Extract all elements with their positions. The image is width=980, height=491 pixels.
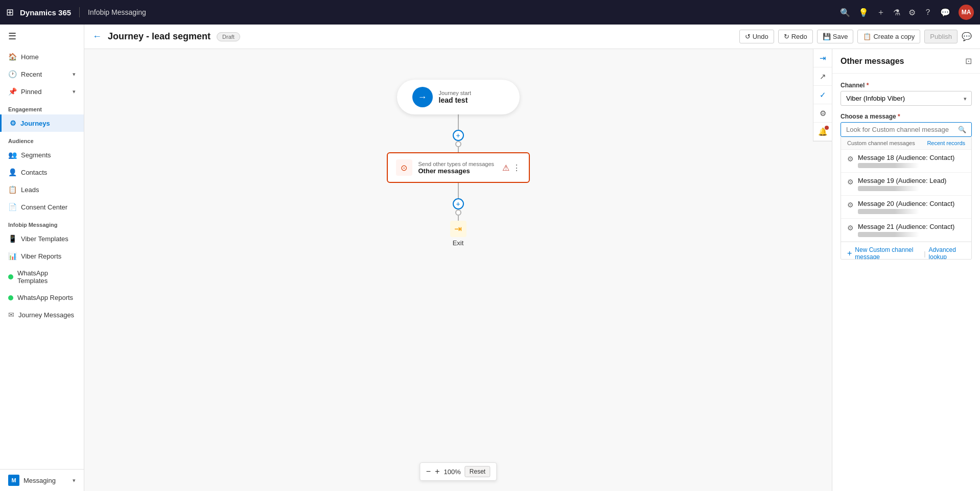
panel-body: Channel * Viber (Infobip Viber) ▾ Choose…	[832, 74, 980, 491]
search-icon: 🔍	[958, 126, 966, 133]
start-node-text: Journey start lead test	[439, 90, 472, 104]
sidebar-item-label: Segments	[21, 151, 51, 159]
panel-link-icon[interactable]: ↗	[813, 67, 832, 86]
add-node-button-2[interactable]: +	[453, 198, 464, 209]
action-node-card[interactable]: ⊙ Send other types of messages Other mes…	[387, 152, 530, 183]
grid-icon[interactable]: ⊞	[6, 7, 14, 18]
sidebar-item-contacts[interactable]: 👤 Contacts	[0, 163, 84, 181]
consent-icon: 📄	[8, 203, 17, 211]
messaging-avatar: M	[8, 475, 19, 486]
undo-icon: ↺	[745, 33, 751, 40]
panel-expand-icon[interactable]: ⇥	[813, 49, 832, 67]
sidebar-item-viber-templates[interactable]: 📱 Viber Templates	[0, 230, 84, 247]
sidebar-item-recent[interactable]: 🕐 Recent ▾	[0, 65, 84, 83]
sidebar-item-journeys[interactable]: ⚙ Journeys	[0, 114, 84, 132]
filter-icon[interactable]: ⚗	[893, 8, 900, 17]
journey-title: Journey - lead segment	[108, 31, 211, 42]
dropdown-item-2[interactable]: ⚙ Message 20 (Audience: Contact)	[841, 196, 971, 219]
sidebar-item-journey-messages[interactable]: ✉ Journey Messages	[0, 306, 84, 323]
advanced-lookup-link[interactable]: Advanced lookup	[929, 246, 965, 260]
panel-check-icon[interactable]: ✓	[813, 86, 832, 104]
dropdown-item-3[interactable]: ⚙ Message 21 (Audience: Contact)	[841, 219, 971, 242]
search-icon[interactable]: 🔍	[840, 8, 850, 17]
app-label: Infobip Messaging	[88, 8, 146, 16]
sidebar-toggle[interactable]: ☰	[0, 25, 84, 48]
redo-icon: ↻	[784, 33, 789, 40]
item-title-0: Message 18 (Audience: Contact)	[858, 154, 954, 161]
add-new-icon: +	[847, 249, 852, 258]
channel-select-wrapper: Viber (Infobip Viber) ▾	[841, 91, 972, 106]
sidebar-item-label: Leads	[21, 186, 39, 194]
sidebar-item-leads[interactable]: 📋 Leads	[0, 181, 84, 198]
dropdown-item-0[interactable]: ⚙ Message 18 (Audience: Contact)	[841, 150, 971, 173]
right-panel: Other messages ⊡ Channel * Viber (Infobi…	[832, 49, 980, 491]
item-sub-3	[858, 232, 919, 237]
sidebar-item-viber-reports[interactable]: 📊 Viber Reports	[0, 247, 84, 265]
create-copy-button[interactable]: 📋 Create a copy	[857, 30, 920, 43]
back-button[interactable]: ←	[92, 31, 102, 42]
start-node-name: lead test	[439, 96, 472, 104]
chat-icon[interactable]: 💬	[940, 8, 950, 17]
undo-button[interactable]: ↺ Undo	[739, 30, 774, 43]
channel-select[interactable]: Viber (Infobip Viber)	[841, 91, 972, 106]
sidebar-bottom-messaging[interactable]: M Messaging ▾	[0, 470, 84, 491]
feedback-icon[interactable]: 💬	[962, 32, 972, 41]
panel-expand-button[interactable]: ⊡	[965, 56, 972, 66]
more-options-icon[interactable]: ⋮	[512, 163, 521, 173]
item-title-2: Message 20 (Audience: Contact)	[858, 200, 954, 207]
item-gear-icon: ⚙	[847, 224, 854, 232]
sidebar-item-home[interactable]: 🏠 Home	[0, 48, 84, 65]
sidebar-item-segments[interactable]: 👥 Segments	[0, 146, 84, 163]
recent-records-link[interactable]: Recent records	[927, 140, 965, 146]
add-node-button-1[interactable]: +	[453, 130, 464, 141]
lightbulb-icon[interactable]: 💡	[858, 8, 869, 17]
journey-canvas-inner: → Journey start lead test +	[84, 49, 832, 491]
journeys-icon: ⚙	[10, 119, 16, 127]
action-type-label: Send other types of messages	[418, 161, 495, 167]
whatsapp-dot-icon	[8, 274, 13, 279]
publish-button[interactable]: Publish	[924, 30, 958, 43]
sidebar-item-label: Consent Center	[21, 203, 67, 211]
brand-label: Dynamics 365	[20, 8, 71, 17]
sidebar-item-label: WhatsApp Reports	[17, 294, 73, 301]
connector-line-1	[458, 114, 459, 130]
section-infobip: Infobip Messaging	[0, 216, 84, 230]
action-node-text: Send other types of messages Other messa…	[418, 161, 495, 175]
sidebar-item-whatsapp-reports[interactable]: WhatsApp Reports	[0, 289, 84, 306]
zoom-controls: − + 100% Reset	[419, 462, 497, 481]
sidebar-item-label: Pinned	[21, 88, 41, 96]
sidebar-item-label: Viber Templates	[21, 235, 68, 243]
dropdown-footer: + New Custom channel message | Advanced …	[841, 242, 971, 260]
dropdown-item-1[interactable]: ⚙ Message 19 (Audience: Lead)	[841, 173, 971, 196]
sidebar-item-pinned[interactable]: 📌 Pinned ▾	[0, 83, 84, 100]
panel-gear-icon[interactable]: ⚙	[813, 104, 832, 123]
content-area: ← Journey - lead segment Draft ↺ Undo ↻ …	[84, 25, 980, 491]
user-avatar[interactable]: MA	[959, 5, 974, 20]
item-sub-1	[858, 186, 919, 191]
settings-icon[interactable]: ⚙	[908, 8, 916, 17]
copy-icon: 📋	[863, 33, 871, 40]
add-icon[interactable]: ＋	[877, 7, 885, 18]
zoom-level: 100%	[444, 468, 461, 476]
start-node-card[interactable]: → Journey start lead test	[397, 80, 520, 114]
top-navigation: ⊞ Dynamics 365 Infobip Messaging 🔍 💡 ＋ ⚗…	[0, 0, 980, 25]
zoom-in-button[interactable]: +	[435, 467, 439, 476]
error-icon: ⚠	[502, 163, 509, 173]
item-gear-icon: ⚙	[847, 178, 854, 186]
help-icon[interactable]: ？	[924, 7, 932, 18]
action-node-icons: ⚠ ⋮	[502, 163, 521, 173]
channel-label: Channel *	[841, 82, 972, 89]
zoom-out-button[interactable]: −	[426, 467, 431, 476]
new-message-link[interactable]: New Custom channel message	[855, 246, 921, 260]
message-search-box[interactable]: 🔍	[841, 122, 972, 137]
zoom-reset-button[interactable]: Reset	[465, 466, 490, 477]
sidebar-item-consent[interactable]: 📄 Consent Center	[0, 198, 84, 216]
redo-button[interactable]: ↻ Redo	[778, 30, 813, 43]
sidebar-item-whatsapp-templates[interactable]: WhatsApp Templates	[0, 265, 84, 289]
connector-circle-2	[455, 209, 461, 216]
save-button[interactable]: 💾 Save	[817, 30, 854, 43]
panel-alert-icon[interactable]: 🔔	[813, 123, 832, 141]
whatsapp-dot-icon	[8, 295, 13, 300]
panel-header: Other messages ⊡	[832, 49, 980, 74]
message-search-input[interactable]	[846, 126, 955, 133]
